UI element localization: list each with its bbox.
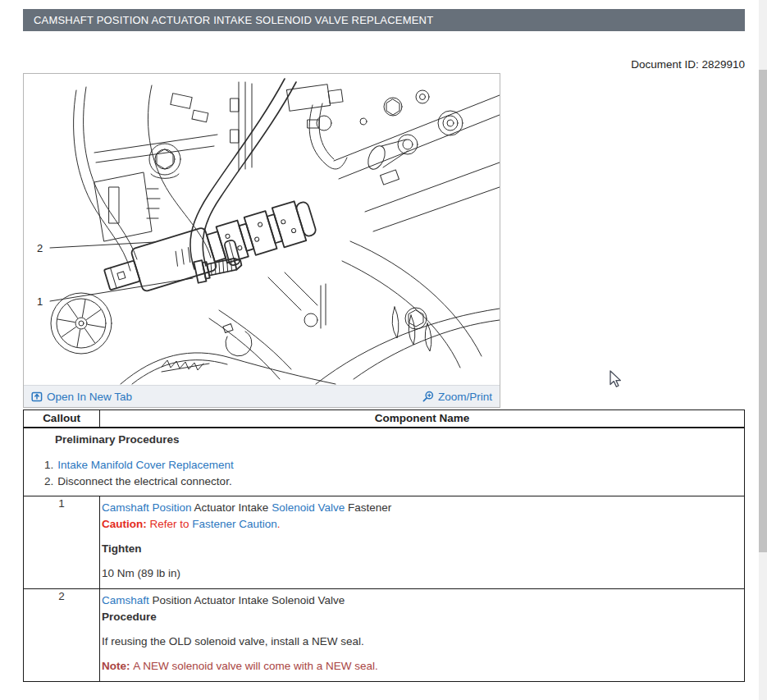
text-run: Actuator Intake (192, 501, 272, 514)
document-id: Document ID: 2829910 (631, 58, 745, 71)
engine-illustration: 2 1 (24, 74, 500, 385)
scrollbar-track[interactable] (759, 0, 767, 700)
callout-number: 1 (24, 496, 100, 589)
list-item-number: 2. (44, 475, 53, 487)
text-run: Procedure (102, 611, 157, 623)
text-run: If reusing the OLD solenoid valve, insta… (102, 635, 364, 647)
illustration-toolbar: Open In New Tab Zoom/Print (24, 385, 500, 407)
text-line: Procedure (102, 609, 739, 625)
page-title-bar: CAMSHAFT POSITION ACTUATOR INTAKE SOLENO… (23, 9, 745, 31)
column-header-callout: Callout (24, 410, 100, 428)
table-header-row: Callout Component Name (24, 410, 745, 428)
row-content: Camshaft Position Actuator Intake Soleno… (102, 592, 739, 675)
text-line: 10 Nm (89 lb in) (102, 565, 739, 582)
text-run: Refer to (150, 518, 193, 530)
list-item: 1.Intake Manifold Cover Replacement (44, 457, 744, 474)
text-line: Tighten (102, 541, 739, 557)
text-line: Note: A NEW solenoid valve will come wit… (102, 658, 739, 675)
open-in-new-tab-icon (31, 391, 43, 402)
zoom-print-label: Zoom/Print (438, 391, 492, 403)
open-in-new-tab-label: Open In New Tab (47, 391, 132, 403)
illustration-panel: 2 1 Open In New Tab Zoom/Print (23, 73, 500, 408)
page-title: CAMSHAFT POSITION ACTUATOR INTAKE SOLENO… (34, 14, 433, 26)
text-line: Camshaft Position Actuator Intake Soleno… (102, 500, 739, 516)
text-run: Tighten (102, 542, 142, 555)
text-line: Camshaft Position Actuator Intake Soleno… (102, 592, 739, 609)
inline-link[interactable]: Intake Manifold Cover Replacement (57, 459, 234, 471)
inline-link[interactable]: Fastener Caution (192, 518, 277, 530)
callout-number: 2 (24, 589, 100, 682)
row-content: Camshaft Position Actuator Intake Soleno… (102, 500, 739, 582)
zoom-icon (422, 391, 434, 402)
text-run: Disconnect the electrical connector. (57, 475, 231, 487)
mouse-cursor (609, 370, 623, 388)
text-run: Fastener (345, 501, 391, 514)
engine-line-drawing-svg: 2 1 (24, 74, 500, 385)
text-line: Caution: Refer to Fastener Caution. (102, 516, 739, 533)
text-run: 10 Nm (89 lb in) (102, 567, 180, 579)
callout-table: Callout Component Name Preliminary Proce… (23, 409, 745, 682)
text-run: Position Actuator Intake Solenoid Valve (149, 594, 345, 606)
list-item-number: 1. (44, 459, 53, 471)
text-run: . (277, 518, 281, 530)
inline-link[interactable]: Solenoid Valve (272, 501, 345, 514)
list-item-text: Intake Manifold Cover Replacement (57, 459, 234, 471)
table-row-callout-1: 1 Camshaft Position Actuator Intake Sole… (24, 496, 745, 589)
text-run: Note: (102, 660, 133, 672)
zoom-print-link[interactable]: Zoom/Print (422, 391, 492, 403)
column-header-component-name: Component Name (100, 410, 745, 428)
list-item: 2.Disconnect the electrical connector. (44, 474, 744, 490)
inline-link[interactable]: Camshaft Position (102, 501, 192, 514)
callout-2-label: 2 (37, 242, 43, 254)
callout-leader-lines (50, 242, 193, 301)
list-item-text: Disconnect the electrical connector. (57, 475, 231, 487)
solenoid-valve-drawing (101, 196, 318, 301)
scrollbar-thumb[interactable] (759, 70, 767, 552)
inline-link[interactable]: Camshaft (102, 594, 149, 606)
text-line: If reusing the OLD solenoid valve, insta… (102, 634, 739, 650)
preliminary-procedures-title: Preliminary Procedures (55, 432, 744, 448)
engine-background-lines (51, 79, 500, 384)
table-row-callout-2: 2 Camshaft Position Actuator Intake Sole… (24, 589, 745, 682)
text-run: Caution: (102, 518, 150, 530)
text-run: A NEW solenoid valve will come with a NE… (133, 660, 378, 672)
table-row-preliminary: Preliminary Procedures 1.Intake Manifold… (24, 428, 745, 496)
callout-1-label: 1 (37, 295, 43, 308)
open-in-new-tab-link[interactable]: Open In New Tab (31, 391, 132, 403)
